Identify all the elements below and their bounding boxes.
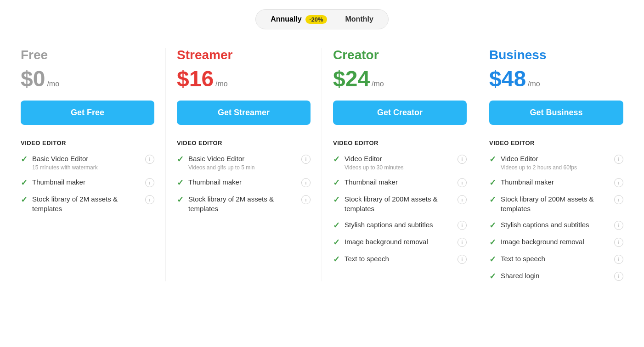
info-icon[interactable]: i bbox=[458, 221, 467, 230]
info-icon[interactable]: i bbox=[145, 195, 154, 204]
price-amount-business: $48 bbox=[489, 66, 526, 91]
info-icon[interactable]: i bbox=[145, 178, 154, 187]
plan-name-business: Business bbox=[489, 48, 623, 62]
info-icon[interactable]: i bbox=[614, 195, 623, 204]
feature-label: Stock library of 200M assets & templates bbox=[345, 194, 454, 213]
feature-left-free-2: ✓Stock library of 2M assets & templates bbox=[21, 194, 141, 213]
get-business-button[interactable]: Get Business bbox=[489, 101, 623, 125]
list-item: ✓Thumbnail makeri bbox=[489, 177, 623, 188]
feature-text-streamer-2: Stock library of 2M assets & templates bbox=[188, 194, 298, 213]
feature-label: Video Editor bbox=[345, 154, 404, 163]
feature-text-business-6: Shared login bbox=[501, 271, 539, 280]
info-icon[interactable]: i bbox=[458, 155, 467, 164]
price-amount-creator: $24 bbox=[333, 66, 370, 91]
info-icon[interactable]: i bbox=[458, 195, 467, 204]
checkmark-icon: ✓ bbox=[489, 220, 496, 230]
feature-left-streamer-1: ✓Thumbnail maker bbox=[177, 177, 298, 188]
info-icon[interactable]: i bbox=[614, 155, 623, 164]
feature-left-creator-5: ✓Text to speech bbox=[333, 254, 454, 264]
section-title-creator: VIDEO EDITOR bbox=[333, 140, 467, 146]
feature-label: Thumbnail maker bbox=[345, 177, 398, 187]
plan-column-streamer: Streamer$16/moGet StreamerVIDEO EDITOR✓B… bbox=[166, 48, 322, 281]
feature-left-streamer-0: ✓Basic Video EditorVideos and gifs up to… bbox=[177, 154, 298, 171]
feature-label: Image background removal bbox=[501, 237, 584, 246]
checkmark-icon: ✓ bbox=[333, 178, 340, 188]
info-icon[interactable]: i bbox=[145, 155, 154, 164]
list-item: ✓Basic Video Editor15 minutes with water… bbox=[21, 154, 154, 171]
get-free-button[interactable]: Get Free bbox=[21, 101, 154, 125]
checkmark-icon: ✓ bbox=[21, 195, 28, 205]
info-icon[interactable]: i bbox=[614, 178, 623, 187]
feature-label: Basic Video Editor bbox=[188, 154, 255, 163]
feature-label: Image background removal bbox=[345, 237, 428, 246]
info-icon[interactable]: i bbox=[614, 238, 623, 247]
checkmark-icon: ✓ bbox=[177, 178, 184, 188]
feature-text-business-2: Stock library of 200M assets & templates bbox=[501, 194, 610, 213]
checkmark-icon: ✓ bbox=[177, 154, 184, 164]
get-creator-button[interactable]: Get Creator bbox=[333, 101, 467, 125]
feature-text-free-0: Basic Video Editor15 minutes with waterm… bbox=[32, 154, 98, 171]
price-amount-streamer: $16 bbox=[177, 66, 214, 91]
feature-list-free: ✓Basic Video Editor15 minutes with water… bbox=[21, 154, 154, 213]
checkmark-icon: ✓ bbox=[489, 154, 496, 164]
feature-left-business-5: ✓Text to speech bbox=[489, 254, 610, 264]
list-item: ✓Image background removali bbox=[333, 237, 467, 247]
plan-price-creator: $24/mo bbox=[333, 66, 467, 91]
list-item: ✓Text to speechi bbox=[489, 254, 623, 264]
feature-subtitle: 15 minutes with watermark bbox=[32, 164, 98, 171]
feature-subtitle: Videos up to 30 minutes bbox=[345, 164, 404, 171]
feature-text-creator-0: Video EditorVideos up to 30 minutes bbox=[345, 154, 404, 171]
toggle-monthly[interactable]: Monthly bbox=[342, 13, 377, 25]
feature-text-business-1: Thumbnail maker bbox=[501, 177, 554, 187]
feature-left-business-3: ✓Stylish captions and subtitles bbox=[489, 220, 610, 230]
plan-price-business: $48/mo bbox=[489, 66, 623, 91]
section-title-business: VIDEO EDITOR bbox=[489, 140, 623, 146]
feature-left-business-1: ✓Thumbnail maker bbox=[489, 177, 610, 188]
feature-label: Stock library of 200M assets & templates bbox=[501, 194, 610, 213]
plans-grid: Free$0/moGet FreeVIDEO EDITOR✓Basic Vide… bbox=[10, 48, 634, 281]
info-icon[interactable]: i bbox=[614, 272, 623, 281]
list-item: ✓Stock library of 2M assets & templatesi bbox=[21, 194, 154, 213]
price-period-free: /mo bbox=[47, 80, 59, 88]
feature-label: Stylish captions and subtitles bbox=[501, 220, 589, 229]
checkmark-icon: ✓ bbox=[333, 254, 340, 264]
checkmark-icon: ✓ bbox=[333, 154, 340, 164]
feature-text-free-2: Stock library of 2M assets & templates bbox=[32, 194, 141, 213]
feature-text-creator-4: Image background removal bbox=[345, 237, 428, 246]
list-item: ✓Video EditorVideos up to 2 hours and 60… bbox=[489, 154, 623, 171]
info-icon[interactable]: i bbox=[301, 155, 311, 164]
feature-text-business-4: Image background removal bbox=[501, 237, 584, 246]
feature-left-free-1: ✓Thumbnail maker bbox=[21, 177, 141, 188]
info-icon[interactable]: i bbox=[458, 238, 467, 247]
plan-column-creator: Creator$24/moGet CreatorVIDEO EDITOR✓Vid… bbox=[322, 48, 478, 281]
list-item: ✓Stylish captions and subtitlesi bbox=[333, 220, 467, 230]
get-streamer-button[interactable]: Get Streamer bbox=[177, 101, 311, 125]
info-icon[interactable]: i bbox=[458, 178, 467, 187]
section-title-streamer: VIDEO EDITOR bbox=[177, 140, 311, 146]
feature-label: Shared login bbox=[501, 271, 539, 280]
info-icon[interactable]: i bbox=[614, 221, 623, 230]
list-item: ✓Thumbnail makeri bbox=[333, 177, 467, 188]
feature-left-business-0: ✓Video EditorVideos up to 2 hours and 60… bbox=[489, 154, 610, 171]
feature-left-creator-4: ✓Image background removal bbox=[333, 237, 454, 247]
section-title-free: VIDEO EDITOR bbox=[21, 140, 154, 146]
price-period-business: /mo bbox=[528, 80, 540, 88]
info-icon[interactable]: i bbox=[458, 255, 467, 264]
plan-name-streamer: Streamer bbox=[177, 48, 311, 62]
feature-text-business-3: Stylish captions and subtitles bbox=[501, 220, 589, 229]
checkmark-icon: ✓ bbox=[333, 237, 340, 247]
info-icon[interactable]: i bbox=[614, 255, 623, 264]
feature-text-streamer-0: Basic Video EditorVideos and gifs up to … bbox=[188, 154, 255, 171]
toggle-annually[interactable]: Annually -20% bbox=[267, 13, 330, 25]
feature-list-creator: ✓Video EditorVideos up to 30 minutesi✓Th… bbox=[333, 154, 467, 264]
info-icon[interactable]: i bbox=[301, 178, 311, 187]
feature-left-creator-3: ✓Stylish captions and subtitles bbox=[333, 220, 454, 230]
feature-label: Text to speech bbox=[345, 254, 389, 263]
checkmark-icon: ✓ bbox=[489, 271, 496, 281]
feature-label: Thumbnail maker bbox=[501, 177, 554, 187]
feature-label: Basic Video Editor bbox=[32, 154, 98, 163]
checkmark-icon: ✓ bbox=[21, 178, 28, 188]
checkmark-icon: ✓ bbox=[21, 154, 28, 164]
toggle-container: Annually -20% Monthly bbox=[255, 9, 389, 29]
info-icon[interactable]: i bbox=[301, 195, 311, 204]
